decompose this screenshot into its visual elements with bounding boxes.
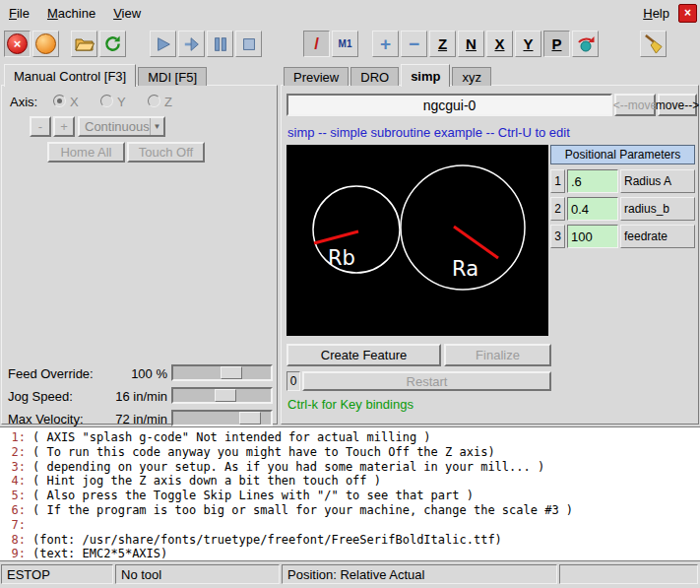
create-feature-button[interactable]: Create Feature — [286, 344, 441, 366]
jog-speed-label: Jog Speed: — [8, 389, 73, 404]
gcode-line[interactable]: 9:(text: EMC2*5*AXIS) — [0, 547, 700, 561]
view-y-button[interactable]: Y — [515, 31, 541, 57]
jog-plus-button[interactable]: + — [53, 116, 75, 137]
menu-file-accel: F — [9, 6, 17, 21]
gcode-line[interactable]: 2:( To run this code anyway you might ha… — [0, 445, 700, 460]
gcode-line-text: ( If the program is too big or small for… — [32, 503, 573, 517]
axis-z-label: Z — [164, 95, 172, 109]
menu-help[interactable]: Help — [634, 2, 678, 25]
menu-help-accel: H — [643, 6, 652, 21]
restart-count-entry[interactable]: 0 — [286, 371, 300, 391]
param-3-value-input[interactable]: 100 — [567, 225, 618, 248]
move-left-button[interactable]: <--move — [614, 94, 656, 116]
menu-view-accel: V — [113, 6, 121, 21]
zoom-out-icon: − — [409, 34, 419, 53]
tab-dro[interactable]: DRO — [350, 67, 399, 86]
rotate-view-button[interactable] — [572, 31, 599, 57]
open-file-button[interactable] — [71, 31, 97, 57]
run-step-button[interactable] — [178, 31, 205, 57]
feed-override-label: Feed Override: — [8, 366, 94, 381]
rotate-icon — [576, 34, 596, 54]
restart-button[interactable]: Restart — [302, 371, 551, 391]
menu-file-label: ile — [17, 6, 30, 21]
param-2-name: radius_b — [620, 197, 695, 221]
axis-radio-x[interactable]: X — [53, 95, 79, 109]
gcode-line[interactable]: 6:( If the program is too big or small f… — [0, 503, 700, 518]
tab-xyz[interactable]: xyz — [452, 67, 491, 86]
estop-button[interactable]: × — [4, 31, 31, 57]
jog-speed-slider-handle[interactable] — [215, 389, 236, 402]
tab-simp[interactable]: simp — [401, 64, 450, 87]
toggle-skip-lines-button[interactable]: / — [303, 31, 330, 57]
pause-button[interactable] — [207, 31, 233, 57]
stop-button[interactable] — [235, 31, 262, 57]
status-filler — [559, 564, 698, 584]
gcode-line-number: 3: — [0, 460, 26, 475]
finalize-button[interactable]: Finalize — [444, 344, 551, 366]
label-ra: Ra — [452, 257, 478, 281]
tab-manual-control[interactable]: Manual Control [F3] — [4, 64, 136, 87]
param-3-name: feedrate — [620, 225, 695, 248]
jog-minus-button[interactable]: - — [30, 116, 51, 137]
axis-radio-y[interactable]: Y — [100, 95, 126, 109]
gcode-line[interactable]: 3:( depending on your setup. As if you h… — [0, 460, 700, 475]
open-folder-icon — [75, 36, 95, 52]
optional-stop-button[interactable]: M1 — [332, 31, 358, 57]
param-1-value-input[interactable]: .6 — [567, 169, 618, 193]
gcode-listing[interactable]: 1:( AXIS "splash g-code" Not intended fo… — [0, 426, 700, 561]
view-x-button[interactable]: X — [486, 31, 513, 57]
touch-off-button[interactable]: Touch Off — [127, 142, 205, 163]
view-z-rotated-icon: N — [466, 36, 477, 51]
positional-parameters-header: Positional Parameters — [550, 145, 695, 164]
estop-icon: × — [7, 33, 28, 54]
gcode-line[interactable]: 4:( Hint jog the Z axis down a bit then … — [0, 474, 700, 489]
tab-preview[interactable]: Preview — [284, 67, 349, 86]
menu-machine[interactable]: Machine — [38, 2, 104, 25]
radio-y-icon — [100, 95, 113, 107]
gcode-line-number: 7: — [0, 518, 26, 533]
view-z2-button[interactable]: N — [458, 31, 484, 57]
feed-override-row: Feed Override: 100 % — [2, 363, 277, 383]
reload-button[interactable] — [99, 31, 126, 57]
menu-view-label: iew — [122, 6, 142, 21]
run-button[interactable] — [150, 31, 176, 57]
menu-file[interactable]: File — [0, 2, 38, 25]
close-icon[interactable]: × — [678, 4, 697, 23]
gcode-line-number: 8: — [0, 533, 26, 548]
clear-plot-button[interactable] — [640, 31, 667, 57]
gcode-line[interactable]: 5:( Also press the Toggle Skip Lines wit… — [0, 489, 700, 503]
max-velocity-slider-handle[interactable] — [239, 412, 261, 425]
jog-mode-combobox[interactable]: Continuous ▼ — [78, 116, 165, 137]
max-velocity-value: 72 in/min — [115, 412, 167, 426]
gcode-line[interactable]: 7: — [0, 518, 700, 533]
label-rb: Rb — [328, 246, 355, 270]
view-z-button[interactable]: Z — [429, 31, 456, 57]
view-perspective-button[interactable]: P — [543, 31, 570, 57]
subroutine-info-text: simp -- simple subroutine example -- Ctr… — [287, 125, 570, 140]
menu-view[interactable]: View — [104, 2, 150, 25]
view-z-icon: Z — [438, 36, 447, 51]
ngcgui-name-entry[interactable]: ngcgui-0 — [286, 94, 612, 116]
menubar: File Machine View Help × — [0, 0, 700, 26]
zoom-out-button[interactable]: − — [401, 31, 427, 57]
param-3-index: 3 — [550, 225, 565, 248]
move-right-button[interactable]: move--> — [658, 94, 697, 116]
gcode-line[interactable]: 1:( AXIS "splash g-code" Not intended fo… — [0, 430, 700, 445]
key-bindings-hint: Ctrl-k for Key bindings — [287, 397, 414, 412]
tab-mdi[interactable]: MDI [F5] — [138, 67, 207, 86]
max-velocity-slider[interactable] — [171, 410, 273, 426]
gcode-line[interactable]: 8:(font: /usr/share/fonts/truetype/freef… — [0, 533, 700, 548]
axis-radio-z[interactable]: Z — [148, 95, 172, 109]
zoom-in-button[interactable]: + — [372, 31, 399, 57]
gcode-line-text: ( Also press the Toggle Skip Lines with … — [32, 489, 474, 502]
menu-machine-label: achine — [58, 6, 95, 21]
home-all-button[interactable]: Home All — [47, 142, 125, 163]
feed-override-slider[interactable] — [171, 364, 273, 381]
machine-power-button[interactable] — [32, 31, 59, 57]
jog-speed-slider[interactable] — [171, 387, 273, 404]
menu-help-label: elp — [653, 6, 669, 21]
status-estop: ESTOP — [1, 564, 113, 584]
feed-override-slider-handle[interactable] — [221, 366, 242, 379]
param-2-value-input[interactable]: 0.4 — [567, 197, 618, 221]
gcode-line-number: 4: — [0, 474, 26, 489]
